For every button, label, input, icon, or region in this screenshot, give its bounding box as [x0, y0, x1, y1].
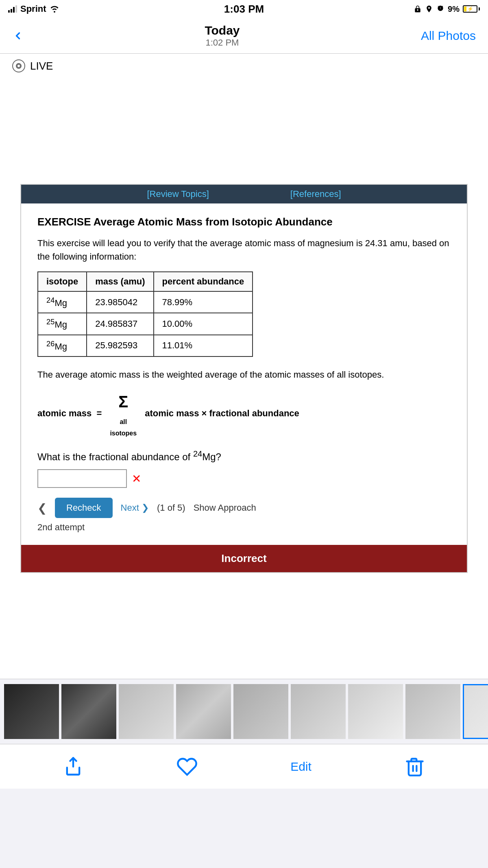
back-button[interactable] — [12, 30, 24, 42]
live-bar: LIVE — [0, 54, 488, 78]
wifi-icon — [50, 5, 59, 13]
thumbnail-strip — [0, 679, 488, 744]
mass-mg25: 24.985837 — [87, 313, 153, 335]
formula-left: atomic mass = — [37, 405, 102, 422]
col-isotope: isotope — [38, 272, 87, 291]
incorrect-mark: ✕ — [132, 472, 141, 485]
edit-label: Edit — [290, 760, 312, 774]
thumbnail-7[interactable] — [348, 684, 403, 739]
signal-bars — [8, 5, 17, 13]
bottom-toolbar: Edit — [0, 744, 488, 789]
thumbnail-4[interactable] — [176, 684, 231, 739]
formula-line: atomic mass = Σ all isotopes atomic mass… — [37, 387, 451, 440]
exercise-description: This exercise will lead you to verify th… — [37, 236, 451, 263]
trash-icon — [404, 756, 425, 777]
exercise-content: EXERCISE Average Atomic Mass from Isotop… — [21, 203, 467, 545]
answer-input-row: ✕ — [37, 469, 451, 488]
mass-mg24: 23.985042 — [87, 291, 153, 313]
next-button[interactable]: Next ❯ — [121, 503, 149, 513]
table-row: 26Mg 25.982593 11.01% — [38, 335, 253, 356]
alarm-icon — [436, 5, 444, 13]
live-icon — [12, 59, 25, 72]
thumbnail-9-selected[interactable] — [463, 684, 488, 739]
status-right: 9% ⚡ — [414, 4, 480, 14]
lock-icon — [414, 5, 422, 13]
thumbnail-6[interactable] — [291, 684, 346, 739]
question-text: What is the fractional abundance of 24Mg… — [37, 449, 451, 463]
incorrect-bar: Incorrect — [21, 545, 467, 572]
col-mass: mass (amu) — [87, 272, 153, 291]
all-photos-link[interactable]: All Photos — [421, 29, 476, 43]
sigma-label-isotopes: isotopes — [110, 428, 137, 439]
abundance-mg26: 11.01% — [154, 335, 253, 356]
thumbnail-1[interactable] — [4, 684, 59, 739]
isotope-table: isotope mass (amu) percent abundance 24M… — [37, 271, 253, 357]
share-icon — [63, 756, 84, 777]
like-button[interactable] — [176, 756, 198, 777]
sigma-container: Σ all isotopes — [110, 387, 137, 440]
attempt-text: 2nd attempt — [37, 522, 451, 533]
isotope-mg26: 26Mg — [38, 335, 87, 356]
white-space-bottom — [0, 573, 488, 679]
screenshot-header-bar: [Review Topics] [References] — [21, 185, 467, 203]
status-left: Sprint — [8, 4, 59, 14]
thumbnail-5[interactable] — [233, 684, 288, 739]
formula-description: The average atomic mass is the weighted … — [37, 367, 451, 383]
thumbnail-2[interactable] — [61, 684, 116, 739]
mass-mg26: 25.982593 — [87, 335, 153, 356]
carrier-label: Sprint — [20, 4, 46, 14]
button-row: ❮ Recheck Next ❯ (1 of 5) Show Approach — [37, 498, 451, 518]
nav-title: Today — [205, 24, 240, 37]
share-button[interactable] — [63, 756, 84, 777]
isotope-mg25: 25Mg — [38, 313, 87, 335]
location-icon — [425, 5, 433, 13]
prev-button[interactable]: ❮ — [37, 501, 47, 515]
delete-button[interactable] — [404, 756, 425, 777]
thumbnail-8[interactable] — [405, 684, 460, 739]
abundance-mg25: 10.00% — [154, 313, 253, 335]
step-label: (1 of 5) — [157, 503, 185, 513]
status-bar: Sprint 1:03 PM 9% ⚡ — [0, 0, 488, 18]
screenshot-wrapper: [Review Topics] [References] EXERCISE Av… — [20, 184, 468, 573]
table-row: 25Mg 24.985837 10.00% — [38, 313, 253, 335]
review-topics-link[interactable]: [Review Topics] — [147, 189, 209, 199]
nav-bar: Today 1:02 PM All Photos — [0, 18, 488, 54]
sigma-symbol: Σ — [110, 387, 137, 416]
battery-icon: ⚡ — [463, 5, 480, 13]
col-abundance: percent abundance — [154, 272, 253, 291]
sigma-label-all: all — [110, 416, 137, 428]
heart-icon — [176, 756, 198, 777]
references-link[interactable]: [References] — [290, 189, 341, 199]
answer-input-box[interactable] — [37, 469, 127, 488]
table-row: 24Mg 23.985042 78.99% — [38, 291, 253, 313]
formula-right: atomic mass × fractional abundance — [145, 405, 299, 422]
thumbnail-3[interactable] — [119, 684, 174, 739]
formula-section: The average atomic mass is the weighted … — [37, 367, 451, 439]
nav-center: Today 1:02 PM — [205, 24, 240, 48]
recheck-button[interactable]: Recheck — [55, 498, 113, 518]
photo-container: [Review Topics] [References] EXERCISE Av… — [0, 184, 488, 573]
exercise-title: EXERCISE Average Atomic Mass from Isotop… — [37, 216, 451, 228]
show-approach-link[interactable]: Show Approach — [194, 503, 256, 513]
isotope-mg24: 24Mg — [38, 291, 87, 313]
status-time: 1:03 PM — [224, 3, 264, 15]
white-space-top — [0, 78, 488, 184]
live-label: LIVE — [30, 60, 53, 72]
abundance-mg24: 78.99% — [154, 291, 253, 313]
edit-button[interactable]: Edit — [290, 760, 312, 774]
nav-subtitle: 1:02 PM — [205, 37, 240, 48]
battery-percent: 9% — [448, 4, 460, 14]
